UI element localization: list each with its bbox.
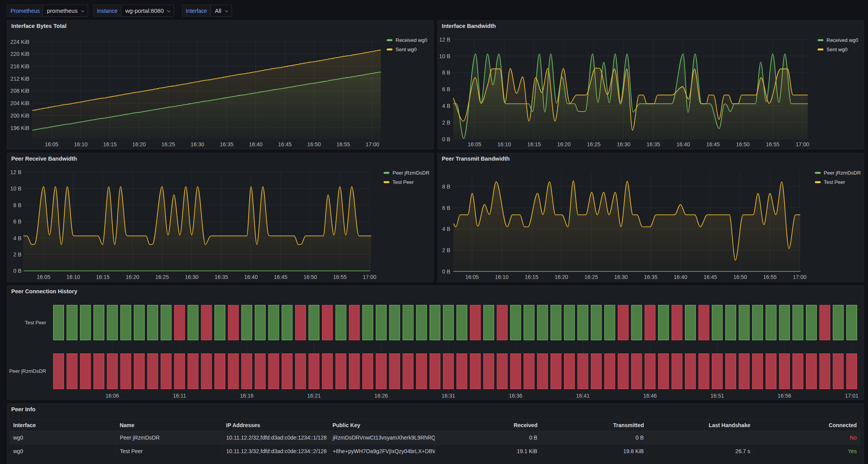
svg-text:224 KiB: 224 KiB — [10, 39, 29, 45]
svg-text:16:06: 16:06 — [105, 393, 119, 399]
svg-text:16:15: 16:15 — [525, 274, 538, 280]
svg-text:16:40: 16:40 — [674, 274, 687, 280]
svg-text:16:55: 16:55 — [333, 274, 347, 280]
svg-text:16:40: 16:40 — [676, 141, 690, 147]
svg-text:2 B: 2 B — [442, 119, 450, 126]
svg-text:16:51: 16:51 — [711, 393, 724, 399]
svg-text:16:15: 16:15 — [96, 274, 110, 280]
svg-text:16:36: 16:36 — [509, 393, 522, 399]
svg-text:16:30: 16:30 — [185, 274, 199, 280]
svg-text:16:30: 16:30 — [617, 141, 630, 147]
svg-text:16:25: 16:25 — [155, 274, 169, 280]
svg-text:16:46: 16:46 — [643, 393, 657, 399]
svg-text:16:30: 16:30 — [190, 141, 204, 147]
svg-text:16:35: 16:35 — [220, 141, 233, 147]
svg-text:16:25: 16:25 — [584, 274, 598, 280]
svg-text:2 B: 2 B — [442, 247, 450, 253]
svg-text:10 B: 10 B — [10, 185, 21, 192]
svg-text:16:10: 16:10 — [498, 141, 511, 147]
svg-text:16:20: 16:20 — [555, 274, 568, 280]
svg-text:16:15: 16:15 — [527, 141, 541, 147]
svg-text:16:50: 16:50 — [307, 141, 321, 147]
svg-text:16:05: 16:05 — [45, 141, 58, 147]
svg-text:16:16: 16:16 — [240, 393, 254, 399]
svg-text:16:15: 16:15 — [103, 141, 117, 147]
svg-text:16:05: 16:05 — [468, 141, 481, 147]
svg-text:6 B: 6 B — [13, 218, 21, 225]
svg-text:16:11: 16:11 — [173, 393, 186, 399]
svg-text:16:45: 16:45 — [278, 141, 292, 147]
svg-text:17:00: 17:00 — [363, 274, 376, 280]
svg-text:16:55: 16:55 — [766, 141, 780, 147]
svg-text:16:45: 16:45 — [706, 141, 720, 147]
svg-text:16:30: 16:30 — [614, 274, 628, 280]
svg-text:16:20: 16:20 — [126, 274, 139, 280]
svg-text:17:00: 17:00 — [793, 274, 806, 280]
svg-text:16:10: 16:10 — [66, 274, 80, 280]
svg-text:Test Peer: Test Peer — [25, 320, 47, 325]
svg-text:204 KiB: 204 KiB — [10, 100, 29, 106]
svg-text:8 B: 8 B — [13, 202, 21, 208]
svg-text:8 B: 8 B — [442, 69, 450, 76]
svg-text:6 B: 6 B — [442, 86, 450, 92]
svg-text:16:05: 16:05 — [37, 274, 50, 280]
svg-text:200 KiB: 200 KiB — [10, 113, 29, 119]
svg-text:Peer jRzmDsDR: Peer jRzmDsDR — [9, 368, 46, 374]
svg-text:16:25: 16:25 — [161, 141, 175, 147]
svg-text:16:20: 16:20 — [557, 141, 571, 147]
svg-text:2 B: 2 B — [13, 251, 21, 258]
svg-text:4 B: 4 B — [442, 103, 450, 109]
svg-text:16:10: 16:10 — [74, 141, 88, 147]
svg-text:10 B: 10 B — [439, 53, 450, 59]
svg-text:16:45: 16:45 — [704, 274, 717, 280]
svg-text:16:20: 16:20 — [132, 141, 146, 147]
svg-text:16:55: 16:55 — [763, 274, 776, 280]
svg-text:16:10: 16:10 — [495, 274, 508, 280]
svg-text:208 KiB: 208 KiB — [10, 88, 29, 94]
svg-text:16:31: 16:31 — [442, 393, 455, 399]
svg-text:0 B: 0 B — [442, 136, 450, 142]
svg-text:4 B: 4 B — [442, 226, 450, 232]
svg-text:6 B: 6 B — [442, 205, 450, 211]
svg-text:16:45: 16:45 — [274, 274, 287, 280]
svg-text:8 B: 8 B — [442, 184, 450, 190]
svg-text:16:35: 16:35 — [214, 274, 228, 280]
svg-text:220 KiB: 220 KiB — [10, 51, 29, 57]
svg-text:16:50: 16:50 — [736, 141, 750, 147]
svg-text:16:26: 16:26 — [374, 393, 388, 399]
svg-text:16:35: 16:35 — [644, 274, 657, 280]
svg-text:16:25: 16:25 — [587, 141, 600, 147]
svg-text:16:35: 16:35 — [647, 141, 660, 147]
svg-text:12 B: 12 B — [10, 169, 21, 175]
svg-text:17:00: 17:00 — [366, 141, 379, 147]
svg-text:0 B: 0 B — [13, 268, 21, 274]
svg-text:0 B: 0 B — [442, 268, 450, 275]
svg-text:196 KiB: 196 KiB — [10, 125, 29, 131]
svg-text:16:41: 16:41 — [576, 393, 590, 399]
svg-text:4 B: 4 B — [13, 235, 21, 241]
svg-text:216 KiB: 216 KiB — [10, 63, 29, 69]
svg-text:16:55: 16:55 — [336, 141, 350, 147]
svg-text:17:00: 17:00 — [796, 141, 809, 147]
svg-text:16:50: 16:50 — [303, 274, 317, 280]
svg-text:212 KiB: 212 KiB — [10, 76, 29, 82]
svg-text:16:40: 16:40 — [249, 141, 263, 147]
svg-text:12 B: 12 B — [439, 36, 450, 43]
svg-text:16:21: 16:21 — [307, 393, 321, 399]
svg-text:16:56: 16:56 — [778, 393, 791, 399]
svg-text:16:50: 16:50 — [733, 274, 747, 280]
svg-text:16:05: 16:05 — [465, 274, 479, 280]
svg-text:17:01: 17:01 — [845, 393, 858, 399]
svg-text:16:40: 16:40 — [244, 274, 258, 280]
